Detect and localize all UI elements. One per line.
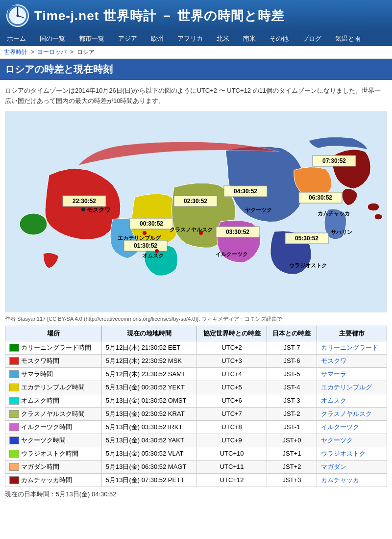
cell-jst: JST-4 bbox=[267, 381, 317, 394]
city-link[interactable]: カムチャッカ bbox=[321, 476, 359, 484]
color-swatch bbox=[9, 357, 19, 365]
cell-time: 5月13日(金) 02:30:52 KRAT bbox=[101, 407, 196, 420]
cell-city: クラスノヤルスク bbox=[317, 407, 387, 420]
cell-utc: UTC+11 bbox=[196, 460, 267, 473]
cell-time: 5月13日(金) 06:30:52 MAGT bbox=[101, 460, 196, 473]
cell-jst: JST-1 bbox=[267, 420, 317, 434]
cell-jst: JST+0 bbox=[267, 434, 317, 447]
city-link[interactable]: エカテリンブルグ bbox=[321, 384, 372, 391]
color-swatch bbox=[9, 463, 19, 471]
cell-utc: UTC+7 bbox=[196, 407, 267, 420]
svg-text:00:30:52: 00:30:52 bbox=[140, 220, 163, 227]
cell-city: オムスク bbox=[317, 394, 387, 407]
svg-text:22:30:52: 22:30:52 bbox=[73, 198, 96, 205]
svg-text:07:30:52: 07:30:52 bbox=[322, 157, 346, 164]
city-link[interactable]: マガダン bbox=[321, 463, 346, 470]
cell-city: ウラジオストク bbox=[317, 447, 387, 460]
svg-point-6 bbox=[20, 213, 47, 235]
cell-jst: JST+3 bbox=[267, 473, 317, 487]
attribution: 作者 Stasyan117 [CC BY-SA 4.0 (http://crea… bbox=[0, 314, 392, 326]
nav-city-list[interactable]: 都市一覧 bbox=[72, 31, 111, 46]
cell-utc: UTC+9 bbox=[196, 434, 267, 447]
city-link[interactable]: ヤクーツク bbox=[321, 436, 353, 444]
svg-text:04:30:52: 04:30:52 bbox=[234, 188, 257, 195]
nav-europe[interactable]: 欧州 bbox=[144, 31, 171, 46]
cell-place: エカテリンブルグ時間 bbox=[5, 381, 102, 394]
page-title: ロシアの時差と現在時刻 bbox=[5, 63, 387, 76]
svg-text:イルクーツク: イルクーツク bbox=[216, 251, 248, 257]
cell-jst: JST-7 bbox=[267, 341, 317, 354]
logo-icon bbox=[6, 4, 29, 27]
color-swatch bbox=[9, 450, 19, 458]
city-link[interactable]: カリーニングラード bbox=[321, 344, 378, 351]
cell-jst: JST-6 bbox=[267, 354, 317, 367]
breadcrumb-world-clock[interactable]: 世界時計 bbox=[4, 49, 27, 55]
color-swatch bbox=[9, 397, 19, 405]
svg-text:クラスノヤルスク: クラスノヤルスク bbox=[170, 227, 213, 232]
footer-time: 現在の日本時間：5月13日(金) 04:30:52 bbox=[0, 487, 392, 502]
cell-place: イルクーツク時間 bbox=[5, 420, 102, 434]
table-row: イルクーツク時間5月13日(金) 03:30:52 IRKTUTC+8JST-1… bbox=[5, 420, 387, 434]
timezone-table: 場所 現在の地地時間 協定世界時との時差 日本との時差 主要都市 カリーニングラ… bbox=[5, 326, 387, 487]
footer-time-label: 現在の日本時間：5月13日(金) 04:30:52 bbox=[5, 490, 117, 498]
breadcrumb-europe[interactable]: ヨーロッパ bbox=[37, 49, 67, 55]
nav-south-america[interactable]: 南米 bbox=[236, 31, 263, 46]
svg-text:02:30:52: 02:30:52 bbox=[184, 198, 207, 205]
table-row: サマラ時間5月12日(木) 23:30:52 SAMTUTC+4JST-5サマー… bbox=[5, 367, 387, 381]
table-row: ヤクーツク時間5月13日(金) 04:30:52 YAKTUTC+9JST+0ヤ… bbox=[5, 434, 387, 447]
cell-place: オムスク時間 bbox=[5, 394, 102, 407]
cell-time: 5月12日(木) 22:30:52 MSK bbox=[101, 354, 196, 367]
col-header-jst: 日本との時差 bbox=[267, 326, 317, 341]
cell-place: ヤクーツク時間 bbox=[5, 434, 102, 447]
table-row: カムチャッカ時間5月13日(金) 07:30:52 PETTUTC+12JST+… bbox=[5, 473, 387, 487]
city-link[interactable]: クラスノヤルスク bbox=[321, 410, 372, 417]
nav-asia[interactable]: アジア bbox=[111, 31, 144, 46]
cell-place: カムチャッカ時間 bbox=[5, 473, 102, 487]
col-header-time: 現在の地地時間 bbox=[101, 326, 196, 341]
color-swatch bbox=[9, 410, 19, 418]
cell-utc: UTC+5 bbox=[196, 381, 267, 394]
color-swatch bbox=[9, 476, 19, 484]
svg-point-29 bbox=[143, 231, 147, 235]
cell-time: 5月12日(木) 23:30:52 SAMT bbox=[101, 367, 196, 381]
city-link[interactable]: サマーラ bbox=[321, 370, 346, 378]
table-row: マガダン時間5月13日(金) 06:30:52 MAGTUTC+11JST+2マ… bbox=[5, 460, 387, 473]
col-header-city: 主要都市 bbox=[317, 326, 387, 341]
cell-jst: JST+2 bbox=[267, 460, 317, 473]
city-link[interactable]: オムスク bbox=[321, 397, 346, 404]
cell-time: 5月13日(金) 07:30:52 PETT bbox=[101, 473, 196, 487]
svg-text:06:30:52: 06:30:52 bbox=[309, 194, 332, 201]
svg-point-27 bbox=[81, 207, 85, 211]
page-title-bar: ロシアの時差と現在時刻 bbox=[0, 59, 392, 80]
city-link[interactable]: イルクーツク bbox=[321, 423, 359, 431]
cell-city: エカテリンブルグ bbox=[317, 381, 387, 394]
cell-place: ウラジオストク時間 bbox=[5, 447, 102, 460]
breadcrumb: 世界時計 > ヨーロッパ > ロシア bbox=[0, 46, 392, 59]
nav-other[interactable]: その他 bbox=[263, 31, 295, 46]
cell-city: イルクーツク bbox=[317, 420, 387, 434]
col-header-utc: 協定世界時との時差 bbox=[196, 326, 267, 341]
nav-bar: ホーム 国の一覧 都市一覧 アジア 欧州 アフリカ 北米 南米 その他 ブログ … bbox=[0, 31, 392, 46]
cell-jst: JST+1 bbox=[267, 447, 317, 460]
city-link[interactable]: モスクワ bbox=[321, 357, 346, 364]
svg-text:03:30:52: 03:30:52 bbox=[226, 229, 249, 235]
svg-text:オムスク: オムスク bbox=[142, 253, 164, 258]
cell-utc: UTC+10 bbox=[196, 447, 267, 460]
russia-map: 22:30:52 00:30:52 01:30:52 02:30:52 03:3… bbox=[5, 111, 387, 312]
cell-jst: JST-3 bbox=[267, 394, 317, 407]
svg-point-4 bbox=[17, 15, 19, 17]
cell-city: ヤクーツク bbox=[317, 434, 387, 447]
cell-place: サマラ時間 bbox=[5, 367, 102, 381]
cell-time: 5月13日(金) 03:30:52 IRKT bbox=[101, 420, 196, 434]
svg-text:05:30:52: 05:30:52 bbox=[295, 235, 318, 242]
color-swatch bbox=[9, 370, 19, 378]
nav-africa[interactable]: アフリカ bbox=[171, 31, 210, 46]
nav-north-america[interactable]: 北米 bbox=[210, 31, 236, 46]
cell-jst: JST-2 bbox=[267, 407, 317, 420]
nav-blog[interactable]: ブログ bbox=[295, 31, 328, 46]
nav-weather[interactable]: 気温と雨 bbox=[328, 31, 368, 46]
city-link[interactable]: ウラジオストク bbox=[321, 450, 366, 457]
nav-home[interactable]: ホーム bbox=[0, 31, 33, 46]
nav-country-list[interactable]: 国の一覧 bbox=[33, 31, 72, 46]
table-row: ウラジオストク時間5月13日(金) 05:30:52 VLATUTC+10JST… bbox=[5, 447, 387, 460]
